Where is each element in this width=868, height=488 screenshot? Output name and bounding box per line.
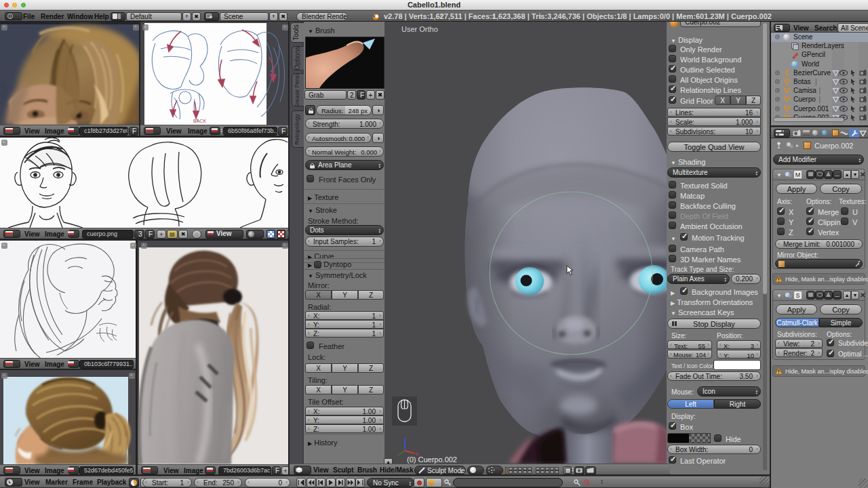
svg-text:User Ortho: User Ortho bbox=[401, 25, 438, 33]
svg-text:(0) Cuerpo.002: (0) Cuerpo.002 bbox=[407, 455, 457, 464]
svg-text:BACK: BACK bbox=[193, 119, 206, 123]
